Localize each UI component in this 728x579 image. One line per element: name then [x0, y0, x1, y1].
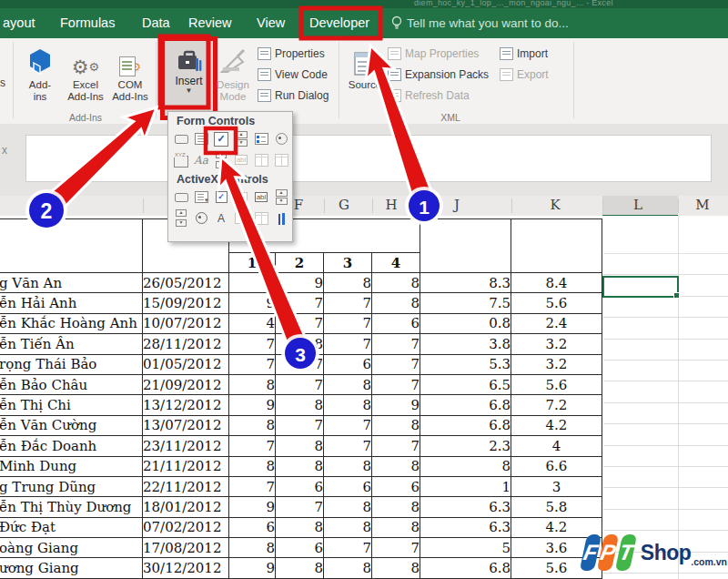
- run-dialog-button[interactable]: Run Dialog: [258, 87, 329, 104]
- cell-s2[interactable]: 8: [276, 558, 324, 578]
- cell-name[interactable]: g Trung Dũng: [0, 476, 143, 496]
- cell-avg2[interactable]: 4.2: [511, 415, 602, 435]
- cell-name[interactable]: ễn Hải Anh: [0, 293, 143, 313]
- cell-avg1[interactable]: 6.8: [420, 395, 511, 415]
- cell-s3[interactable]: 7: [324, 293, 372, 313]
- cell-s3[interactable]: 8: [324, 558, 372, 578]
- tab-formulas[interactable]: Formulas: [60, 8, 115, 38]
- activex-command-button-icon[interactable]: [172, 188, 190, 206]
- column-header-H[interactable]: H: [385, 197, 397, 213]
- cell-s4[interactable]: 6: [372, 476, 420, 496]
- cell-avg1[interactable]: 6.5: [420, 374, 511, 394]
- cell-avg2[interactable]: 8.4: [511, 273, 602, 293]
- cell-name[interactable]: g Văn An: [0, 273, 143, 293]
- activex-label-icon[interactable]: A: [212, 209, 230, 227]
- form-button-icon[interactable]: [172, 130, 190, 147]
- refresh-data-button[interactable]: Refresh Data: [388, 87, 470, 104]
- export-button[interactable]: Export: [500, 66, 549, 83]
- subheader-1[interactable]: 1: [229, 253, 276, 273]
- cell-dob[interactable]: 17/08/2012: [143, 538, 229, 558]
- tab-layout[interactable]: ayout: [3, 8, 35, 38]
- expansion-packs-button[interactable]: Expansion Packs: [388, 66, 489, 83]
- form-label-icon[interactable]: Aa: [192, 151, 210, 168]
- cell-avg1[interactable]: 8: [420, 456, 511, 476]
- cell-s2[interactable]: 8: [276, 436, 324, 456]
- cell-s3[interactable]: 8: [324, 497, 372, 517]
- cell-s1[interactable]: 9: [229, 497, 276, 517]
- form-spin-button-icon[interactable]: ▲▼: [232, 130, 250, 147]
- properties-button[interactable]: Properties: [258, 46, 325, 62]
- tab-data[interactable]: Data: [142, 8, 170, 38]
- cell-avg1[interactable]: 7.5: [420, 293, 511, 313]
- import-button[interactable]: Import: [500, 46, 548, 62]
- cell-avg2[interactable]: 3.2: [511, 354, 602, 374]
- cell-s1[interactable]: 8: [229, 538, 276, 558]
- cell-name[interactable]: ễn Thị Chi: [0, 395, 143, 415]
- cell-s2[interactable]: 8: [276, 517, 324, 537]
- com-add-ins-button[interactable]: ⚙ COM Add-Ins: [108, 40, 152, 120]
- cell-s1[interactable]: 9: [229, 395, 276, 415]
- cell-avg2[interactable]: 6.6: [511, 456, 602, 476]
- tab-view[interactable]: View: [257, 8, 285, 38]
- map-properties-button[interactable]: Map Properties: [388, 46, 479, 62]
- cell-s3[interactable]: 7: [324, 415, 372, 435]
- cell-s3[interactable]: 8: [324, 456, 372, 476]
- tab-developer[interactable]: Developer: [309, 8, 369, 38]
- activex-toggle-button-icon[interactable]: [232, 188, 250, 206]
- view-code-button[interactable]: View Code: [258, 66, 328, 83]
- cell-s4[interactable]: 8: [372, 293, 420, 313]
- cell-name[interactable]: Minh Dung: [0, 456, 143, 476]
- cell-s1[interactable]: 8: [229, 456, 276, 476]
- cell-s1[interactable]: 4: [229, 313, 276, 333]
- cell-s4[interactable]: 7: [372, 538, 420, 558]
- cell-s1[interactable]: 9: [229, 293, 276, 313]
- cell-s1[interactable]: [229, 273, 276, 293]
- cell-avg1[interactable]: 6.8: [420, 558, 511, 578]
- cell-s2[interactable]: 7: [276, 293, 324, 313]
- cell-dob[interactable]: 21/09/2012: [143, 374, 229, 394]
- cell-s1[interactable]: 7: [229, 436, 276, 456]
- cell-name[interactable]: ương Giang: [0, 558, 143, 578]
- cell-avg2[interactable]: 5.8: [511, 497, 602, 517]
- subheader-3[interactable]: 3: [324, 253, 372, 273]
- activex-check-box-icon[interactable]: ✓: [212, 188, 230, 206]
- cell-avg1[interactable]: 1: [420, 476, 511, 496]
- source-button[interactable]: Source: [344, 40, 386, 120]
- cell-s1[interactable]: 8: [229, 415, 276, 435]
- cell-avg2[interactable]: 5.6: [511, 293, 602, 313]
- cell-avg1[interactable]: 6.8: [420, 415, 511, 435]
- cell-dob[interactable]: 26/05/2012: [143, 273, 229, 293]
- subheader-4[interactable]: 4: [372, 253, 420, 273]
- column-header-K[interactable]: K: [550, 197, 560, 213]
- cell-s4[interactable]: 7: [372, 436, 420, 456]
- column-header-J[interactable]: J: [454, 197, 460, 213]
- cell-s4[interactable]: 7: [372, 354, 420, 374]
- cell-s3[interactable]: 6: [324, 476, 372, 496]
- cell-avg2[interactable]: 3.2: [511, 334, 602, 354]
- cell-s1[interactable]: 8: [229, 374, 276, 394]
- cell-dob[interactable]: 13/07/2012: [143, 415, 229, 435]
- insert-button[interactable]: Insert ▼: [160, 36, 217, 120]
- cell-s2[interactable]: 6: [276, 476, 324, 496]
- cell-s2[interactable]: 6: [276, 538, 324, 558]
- form-scroll-bar-icon[interactable]: ▲▼: [212, 151, 230, 168]
- subheader-2[interactable]: 2: [276, 253, 324, 273]
- cell-s2[interactable]: 7: [276, 354, 324, 374]
- cell-avg1[interactable]: 3.8: [420, 334, 511, 354]
- cell-name[interactable]: Đức Đạt: [0, 517, 143, 537]
- cell-s3[interactable]: 8: [324, 374, 372, 394]
- cell-dob[interactable]: 10/07/2012: [143, 313, 229, 333]
- cell-avg1[interactable]: 0.8: [420, 313, 511, 333]
- add-ins-button[interactable]: Add- ins: [18, 40, 62, 120]
- form-option-button-icon[interactable]: [272, 130, 290, 147]
- activex-spin-button-icon[interactable]: ▲▼: [272, 188, 290, 206]
- header-name[interactable]: [0, 219, 143, 273]
- column-header-G[interactable]: G: [339, 197, 349, 213]
- cell-name[interactable]: oàng Giang: [0, 538, 143, 558]
- cell-s2[interactable]: 8: [276, 395, 324, 415]
- form-list-box-icon[interactable]: [252, 130, 270, 147]
- cell-avg2[interactable]: 2.4: [511, 313, 602, 333]
- cell-s1[interactable]: 7: [229, 354, 276, 374]
- cell-s4[interactable]: 6: [372, 313, 420, 333]
- cell-dob[interactable]: 18/01/2012: [143, 497, 229, 517]
